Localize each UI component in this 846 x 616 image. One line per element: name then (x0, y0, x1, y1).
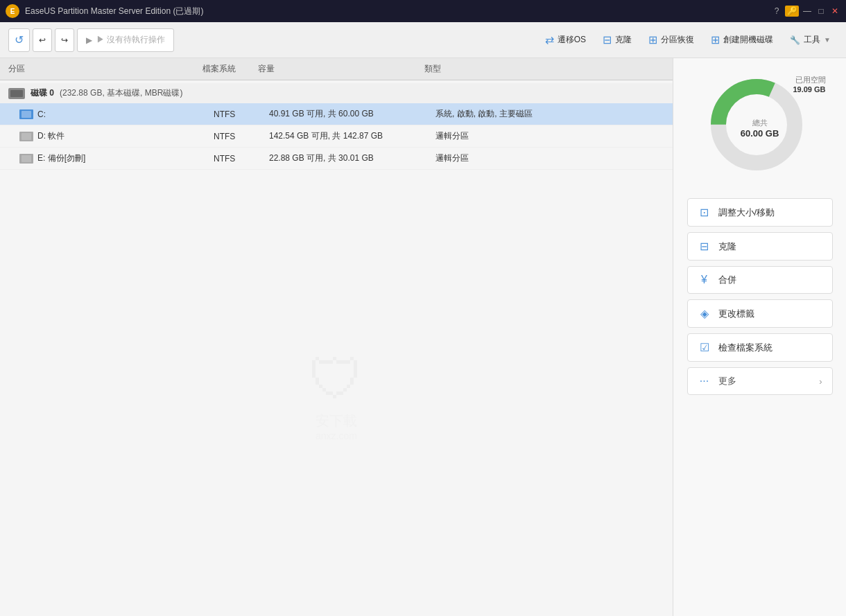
partition-icon-d-inner (21, 133, 31, 140)
clone-action-label: 克隆 (718, 240, 736, 253)
used-space-title: 已用空間 (793, 75, 825, 85)
partition-icon-c (19, 109, 33, 119)
disk-group-0: 磁碟 0 (232.88 GB, 基本磁碟, MBR磁碟) C: NTFS 40… (0, 83, 673, 170)
tools-label: 工具 (804, 34, 820, 46)
merge-button[interactable]: ¥ 合併 (687, 266, 833, 294)
partition-label-c: C: (37, 109, 46, 119)
donut-total-label: 總共 (741, 118, 779, 128)
partition-used-c: 40.91 GB (269, 109, 304, 118)
partition-type-c: 系統, 啟動, 啟動, 主要磁區 (435, 108, 574, 120)
partition-row-d[interactable]: D: 軟件 NTFS 142.54 GB 可用, 共 142.87 GB 邏輯分… (0, 125, 673, 148)
recovery-icon: ⊞ (648, 33, 657, 46)
partition-used-text-d: 可用, 共 (311, 131, 343, 141)
refresh-button[interactable]: ↺ (8, 28, 30, 52)
more-button[interactable]: ··· 更多 › (687, 367, 833, 395)
col-header-capacity: 容量 (258, 63, 424, 75)
recovery-button[interactable]: ⊞ 分區恢復 (641, 28, 701, 52)
partition-capacity-e: 22.88 GB 可用, 共 30.01 GB (269, 152, 435, 164)
merge-icon: ¥ (698, 274, 711, 286)
partition-type-e: 邏輯分區 (435, 152, 574, 164)
maximize-button[interactable]: □ (815, 6, 827, 17)
create-boot-icon: ⊞ (711, 33, 720, 46)
partition-total-d: 142.87 GB (343, 131, 383, 141)
partition-used-d: 142.54 GB (269, 131, 309, 141)
check-fs-icon: ☑ (698, 341, 711, 354)
partition-row-c[interactable]: C: NTFS 40.91 GB 可用, 共 60.00 GB 系統, 啟動, … (0, 103, 673, 125)
app-logo: E (6, 4, 19, 18)
clone-button[interactable]: ⊟ 克隆 (596, 28, 639, 52)
license-button[interactable]: 🔑 (785, 6, 799, 17)
pending-play-icon: ▶ (86, 35, 92, 45)
watermark-bag-icon: 🛡 (309, 348, 364, 412)
main-layout: 分區 檔案系統 容量 類型 磁碟 0 (232.88 GB, 基本磁碟, MBR… (0, 58, 846, 616)
donut-center-label: 總共 60.00 GB (741, 118, 779, 139)
partition-fs-d: NTFS (214, 132, 269, 141)
disk-header-0: 磁碟 0 (232.88 GB, 基本磁碟, MBR磁碟) (0, 83, 673, 103)
minimize-button[interactable]: — (802, 6, 813, 17)
resize-icon: ⊡ (698, 206, 711, 219)
help-button[interactable]: ? (771, 6, 782, 17)
tools-chevron-icon: ▼ (824, 36, 831, 44)
clone-action-icon: ⊟ (698, 240, 711, 253)
undo-button[interactable]: ↩ (33, 28, 52, 52)
used-space-label: 已用空間 19.09 GB (793, 75, 825, 94)
clone-action-button[interactable]: ⊟ 克隆 (687, 232, 833, 261)
partition-type-d: 邏輯分區 (435, 130, 574, 142)
close-button[interactable]: ✕ (829, 6, 840, 17)
donut-chart: 總共 60.00 GB 已用空間 19.09 GB (701, 69, 819, 187)
partition-used-e: 22.88 GB (269, 153, 304, 163)
partition-icon-e (19, 154, 33, 164)
watermark-text: 安下載 (309, 412, 364, 430)
more-chevron-icon: › (819, 376, 822, 387)
partition-total-c: 60.00 GB (338, 109, 374, 118)
tools-icon: 🔧 (790, 35, 800, 45)
migrate-os-button[interactable]: ⇄ 遷移OS (538, 28, 593, 52)
used-space-value: 19.09 GB (793, 85, 825, 94)
more-icon: ··· (698, 375, 711, 387)
check-fs-button[interactable]: ☑ 檢查檔案系統 (687, 333, 833, 362)
check-fs-label: 檢查檔案系統 (718, 342, 772, 354)
more-label: 更多 (718, 375, 736, 387)
migrate-os-icon: ⇄ (545, 33, 554, 46)
partition-fs-c: NTFS (214, 109, 269, 119)
watermark-domain: anxz.com (309, 430, 364, 441)
watermark-content: 🛡 安下載 anxz.com (309, 348, 364, 441)
disk-info: (232.88 GB, 基本磁碟, MBR磁碟) (60, 87, 182, 99)
app-title: EaseUS Partition Master Server Edition (… (25, 6, 771, 17)
refresh-icon: ↺ (15, 33, 24, 46)
change-label-text: 更改標籤 (718, 308, 754, 320)
recovery-label: 分區恢復 (661, 34, 694, 46)
toolbar: ↺ ↩ ↪ ▶ ▶ 沒有待執行操作 ⇄ 遷移OS ⊟ 克隆 ⊞ 分區恢復 ⊞ 創… (0, 22, 846, 58)
donut-total-value: 60.00 GB (741, 128, 779, 139)
resize-label: 調整大小/移動 (718, 206, 775, 219)
change-label-icon: ◈ (698, 307, 711, 320)
redo-button[interactable]: ↪ (55, 28, 74, 52)
right-panel: 總共 60.00 GB 已用空間 19.09 GB ⊡ 調整大小/移動 ⊟ 克隆… (673, 58, 846, 616)
disk-icon-inner (10, 90, 23, 97)
pending-label: ▶ 沒有待執行操作 (96, 34, 165, 46)
window-controls: ? 🔑 — □ ✕ (771, 6, 840, 17)
clone-label: 克隆 (615, 34, 632, 46)
partition-row-e[interactable]: E: 備份[勿刪] NTFS 22.88 GB 可用, 共 30.01 GB 邏… (0, 148, 673, 170)
partition-used-text-e: 可用, 共 (307, 153, 338, 163)
disk-icon (8, 88, 25, 99)
migrate-os-label: 遷移OS (558, 34, 586, 46)
partition-label-d: D: 軟件 (37, 130, 64, 142)
table-header: 分區 檔案系統 容量 類型 (0, 58, 673, 80)
change-label-button[interactable]: ◈ 更改標籤 (687, 299, 833, 328)
partition-icon-d (19, 132, 33, 141)
watermark-area: 🛡 安下載 anxz.com (0, 173, 673, 616)
disk-name: 磁碟 0 (31, 87, 54, 99)
title-bar: E EaseUS Partition Master Server Edition… (0, 0, 846, 22)
resize-move-button[interactable]: ⊡ 調整大小/移動 (687, 198, 833, 227)
undo-icon: ↩ (39, 35, 46, 45)
col-header-type: 類型 (424, 63, 563, 75)
partition-icon-e-inner (21, 155, 31, 162)
left-panel: 分區 檔案系統 容量 類型 磁碟 0 (232.88 GB, 基本磁碟, MBR… (0, 58, 673, 616)
logo-text: E (10, 8, 15, 15)
partition-icon-inner (21, 111, 31, 118)
partition-fs-e: NTFS (214, 154, 269, 164)
create-boot-button[interactable]: ⊞ 創建開機磁碟 (704, 28, 780, 52)
merge-label: 合併 (718, 274, 736, 286)
tools-button[interactable]: 🔧 工具 ▼ (783, 28, 838, 52)
